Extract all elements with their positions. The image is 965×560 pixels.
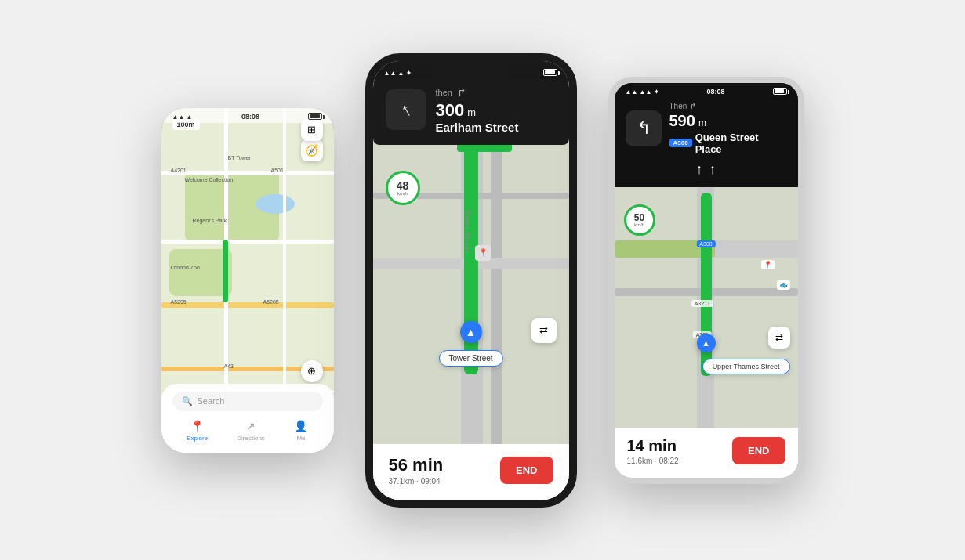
location-marker-right: ▲	[697, 334, 716, 352]
left-screen: ▲▲ ▲ 08:08 BT Tower	[161, 108, 334, 453]
search-icon: 🔍	[182, 396, 193, 406]
center-screen: ▲▲ ▲ ✦ 08:08 ↑ then ↱ 300 m	[373, 61, 569, 500]
me-icon: 👤	[294, 419, 308, 433]
battery-center	[543, 69, 557, 78]
center-phone: ▲▲ ▲ ✦ 08:08 ↑ then ↱ 300 m	[365, 53, 577, 508]
bottom-bar-left: 🔍 Search 📍 Explore ↗ Directions 👤 Me	[161, 384, 334, 453]
left-phone: ▲▲ ▲ 08:08 BT Tower	[161, 108, 334, 453]
a43-label: A43	[224, 363, 234, 369]
speed-badge-center: 48 km/h	[386, 171, 420, 205]
direction-info-center: then ↱ 300 m Earlham Street	[436, 86, 557, 134]
nav-tabs: 📍 Explore ↗ Directions 👤 Me	[172, 419, 323, 442]
distance-unit-center: m	[467, 107, 476, 118]
speed-unit-right: km/h	[634, 222, 644, 227]
lane-left: ↑	[696, 161, 703, 178]
lane-indicators: ↑ ↑	[626, 161, 787, 178]
distance-unit-right: m	[698, 117, 706, 128]
tab-directions-label: Directions	[237, 435, 265, 442]
arrow-box-right: ↰	[626, 110, 662, 146]
tab-directions[interactable]: ↗ Directions	[237, 419, 265, 442]
location-pill-center: Tower Street	[438, 350, 502, 367]
welcome-label: Welcome Collection	[185, 177, 234, 182]
speed-unit-center: km/h	[397, 191, 408, 196]
location-marker-center: ▲	[460, 321, 482, 343]
a4201-label: A4201	[171, 168, 187, 173]
route-icon-center[interactable]: ⇄	[531, 318, 557, 343]
eta-details-center: 37.1km · 09:04	[389, 477, 444, 486]
bt-tower-label: BT Tower	[228, 155, 251, 161]
nav-header-right: ↰ Then ↱ 590 m A300 Queen Street Place	[615, 83, 798, 187]
time-left: 08:08	[241, 113, 259, 121]
then-arrow-right: ↱	[690, 102, 696, 110]
then-row-center: then ↱	[436, 86, 557, 99]
then-arrow-center: ↱	[457, 86, 466, 99]
arrow-box-center: ↑	[386, 89, 426, 130]
direction-info-right: Then ↱ 590 m A300 Queen Street Place	[669, 102, 787, 155]
a501-label: A501	[271, 168, 284, 173]
notch-center	[432, 61, 510, 80]
street-name-right: Queen Street Place	[695, 132, 787, 155]
eta-info-right: 14 min 11.6km · 08:22	[627, 437, 679, 465]
signal-left: ▲▲ ▲	[172, 114, 193, 121]
upper-thames-pill: Upper Thames Street	[702, 359, 790, 374]
eta-min-center: 56 min	[389, 455, 444, 475]
time-right: 08:08	[707, 88, 725, 96]
then-row-right: Then ↱	[669, 102, 787, 110]
poi-icon: 📍	[475, 245, 491, 261]
explore-icon: 📍	[190, 419, 205, 433]
bottom-nav-right: 14 min 11.6km · 08:22 END	[615, 428, 798, 478]
marker-arrow-center: ▲	[466, 326, 477, 338]
distance-right: 590	[669, 112, 695, 130]
search-placeholder: Search	[198, 396, 225, 406]
tab-explore-label: Explore	[187, 435, 208, 442]
poi-seafood: 🐟	[777, 280, 790, 290]
directions-icon: ↗	[244, 419, 258, 433]
road-badge-right: A300	[669, 139, 692, 147]
end-button-right[interactable]: END	[732, 437, 785, 464]
end-button-center[interactable]: END	[500, 457, 553, 484]
speed-badge-right: 50 km/h	[624, 204, 655, 236]
tab-me-label: Me	[296, 435, 305, 442]
a5295-label: A5295	[171, 299, 187, 305]
search-bar[interactable]: 🔍 Search	[172, 392, 323, 411]
eta-info-center: 56 min 37.1km · 09:04	[389, 455, 444, 486]
bottom-nav-center: 56 min 37.1km · 09:04 END	[373, 444, 569, 500]
street-name-center: Earlham Street	[436, 121, 557, 134]
direction-row-right: ↰ Then ↱ 590 m A300 Queen Street Place	[626, 102, 787, 155]
status-bar-right: ▲▲ ▲▲ ✦ 08:08	[615, 83, 798, 98]
poi-marker: 📍	[761, 260, 775, 269]
a5205-label: A5205	[263, 299, 279, 305]
then-label-center: then	[436, 88, 452, 97]
marker-arrow-right: ▲	[702, 338, 710, 348]
signal-center: ▲▲ ▲ ✦	[384, 70, 412, 77]
tab-explore[interactable]: 📍 Explore	[187, 419, 208, 442]
eta-min-right: 14 min	[627, 437, 679, 455]
battery-left	[308, 113, 322, 121]
lane-straight: ↑	[709, 161, 716, 178]
tab-me[interactable]: 👤 Me	[294, 419, 308, 442]
direction-arrow-center: ↑	[396, 98, 415, 121]
london-zoo-label: London Zoo	[171, 265, 200, 270]
then-label-right: Then	[669, 102, 687, 110]
speed-value-center: 48	[397, 180, 409, 191]
right-phone: ▲▲ ▲▲ ✦ 08:08 ↰ Then ↱ 590 m	[608, 77, 804, 484]
signal-right: ▲▲ ▲▲ ✦	[626, 89, 659, 96]
eta-details-right: 11.6km · 08:22	[627, 457, 679, 465]
route-icon-symbol-right: ⇄	[775, 332, 783, 343]
a3211-label: A3211	[691, 300, 713, 307]
route-icon-right[interactable]: ⇄	[768, 327, 790, 349]
battery-right	[773, 88, 787, 96]
speed-value-right: 50	[634, 213, 644, 222]
location-button[interactable]: ⊕	[301, 360, 323, 382]
tower-street-label: Tower Street	[463, 210, 471, 252]
direction-row-center: ↑ then ↱ 300 m Earlham Street	[386, 86, 557, 134]
right-screen: ▲▲ ▲▲ ✦ 08:08 ↰ Then ↱ 590 m	[615, 83, 798, 478]
direction-arrow-right: ↰	[637, 118, 651, 139]
route-icon-symbol: ⇄	[539, 324, 548, 336]
distance-center: 300	[436, 100, 465, 121]
a300-label: A300	[696, 240, 715, 247]
status-bar-left: ▲▲ ▲ 08:08	[161, 108, 334, 123]
compass-button[interactable]: 🧭	[301, 139, 323, 161]
regents-park-label: Regent's Park	[193, 218, 227, 223]
